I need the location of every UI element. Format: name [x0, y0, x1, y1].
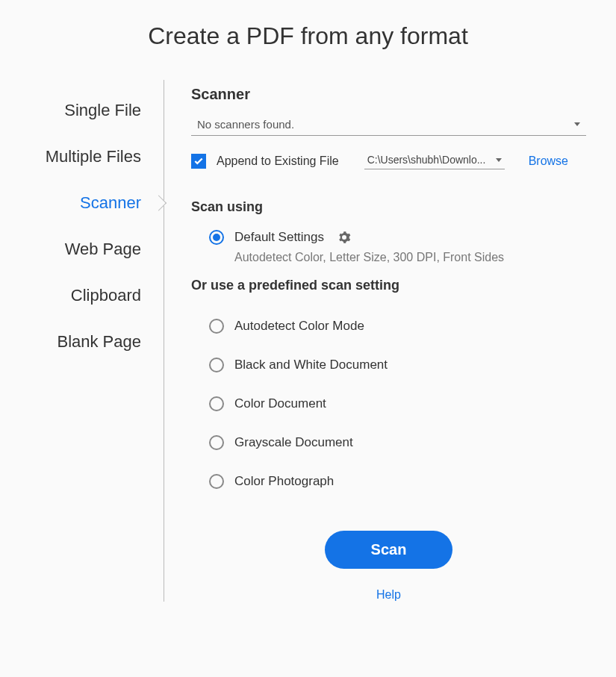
default-settings-desc: Autodetect Color, Letter Size, 300 DPI, … [191, 251, 586, 264]
radio-label: Autodetect Color Mode [234, 319, 364, 334]
page-title: Create a PDF from any format [0, 0, 616, 80]
sidebar-item-blank-page[interactable]: Blank Page [30, 319, 164, 365]
scanner-dropdown-value: No scanners found. [197, 118, 574, 131]
check-icon [193, 156, 204, 166]
sidebar-item-single-file[interactable]: Single File [30, 87, 164, 134]
append-checkbox[interactable] [191, 154, 206, 169]
radio-black-white[interactable]: Black and White Document [191, 346, 586, 384]
append-label: Append to Existing File [217, 155, 339, 168]
browse-link[interactable]: Browse [529, 155, 568, 168]
sidebar-item-web-page[interactable]: Web Page [30, 226, 164, 272]
chevron-down-icon [574, 122, 580, 126]
radio-input-default[interactable] [209, 230, 224, 245]
scan-using-heading: Scan using [191, 199, 586, 215]
scanner-heading: Scanner [191, 86, 586, 103]
radio-color-photo[interactable]: Color Photograph [191, 462, 586, 501]
sidebar-item-scanner[interactable]: Scanner [30, 180, 164, 226]
help-row: Help [191, 588, 586, 602]
radio-label: Grayscale Document [234, 435, 353, 450]
radio-label-default: Default Settings [234, 230, 324, 245]
radio-input[interactable] [209, 319, 224, 334]
radio-label: Color Document [234, 396, 326, 411]
radio-input[interactable] [209, 396, 224, 411]
scan-button[interactable]: Scan [325, 531, 453, 569]
append-path-value: C:\Users\shubh\Downlo... [367, 154, 496, 166]
help-link[interactable]: Help [376, 588, 401, 601]
radio-label: Black and White Document [234, 358, 388, 372]
append-row: Append to Existing File C:\Users\shubh\D… [191, 152, 586, 169]
main-panel: Scanner No scanners found. Append to Exi… [164, 80, 586, 602]
sidebar-item-clipboard[interactable]: Clipboard [30, 272, 164, 319]
sidebar: Single File Multiple Files Scanner Web P… [30, 80, 164, 602]
preset-heading: Or use a predefined scan setting [191, 278, 586, 293]
body-wrap: Single File Multiple Files Scanner Web P… [0, 80, 616, 602]
scanner-dropdown[interactable]: No scanners found. [191, 113, 586, 136]
radio-default-settings[interactable]: Default Settings [191, 225, 586, 249]
radio-input[interactable] [209, 358, 224, 372]
radio-input[interactable] [209, 474, 224, 489]
chevron-down-icon [496, 158, 502, 162]
append-path-dropdown[interactable]: C:\Users\shubh\Downlo... [364, 152, 505, 169]
radio-grayscale[interactable]: Grayscale Document [191, 423, 586, 462]
radio-autodetect-color[interactable]: Autodetect Color Mode [191, 307, 586, 346]
gear-icon[interactable] [337, 231, 351, 244]
radio-input[interactable] [209, 435, 224, 450]
radio-color-document[interactable]: Color Document [191, 384, 586, 423]
action-row: Scan [191, 531, 586, 569]
sidebar-item-multiple-files[interactable]: Multiple Files [30, 134, 164, 180]
radio-label: Color Photograph [234, 474, 334, 489]
